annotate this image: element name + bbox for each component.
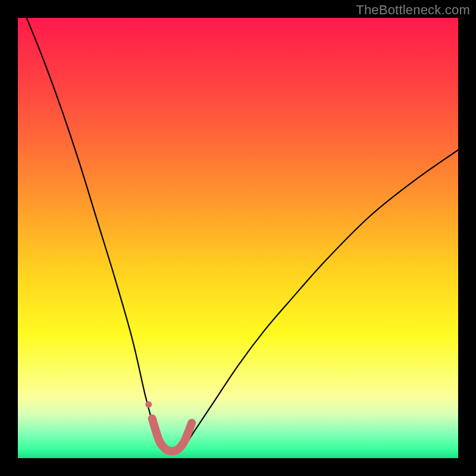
curve-line (27, 18, 458, 452)
curve-markers (145, 401, 192, 451)
chart-svg (18, 18, 458, 458)
chart-frame: TheBottleneck.com (0, 0, 476, 476)
plot-area (18, 18, 458, 458)
bottleneck-curve-path (27, 18, 458, 452)
trough-marker-dot (145, 401, 152, 408)
trough-marker-path (152, 418, 192, 451)
watermark-text: TheBottleneck.com (356, 2, 470, 18)
